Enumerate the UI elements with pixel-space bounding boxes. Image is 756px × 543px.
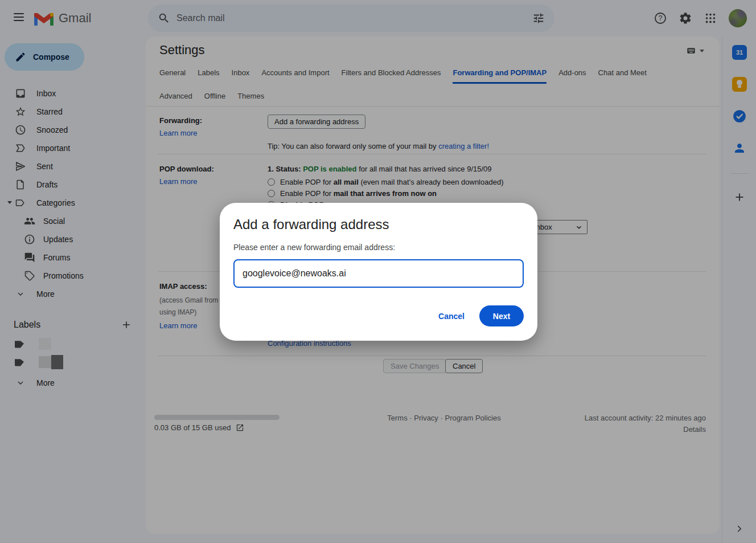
dialog-cancel-button[interactable]: Cancel bbox=[438, 312, 465, 321]
dialog-instruction: Please enter a new forwarding email addr… bbox=[233, 243, 395, 252]
add-forwarding-address-dialog: Add a forwarding address Please enter a … bbox=[220, 203, 537, 341]
dialog-next-button[interactable]: Next bbox=[479, 305, 524, 326]
dialog-title: Add a forwarding address bbox=[233, 217, 389, 232]
dialog-actions: Cancel Next bbox=[438, 305, 524, 326]
gmail-settings-page: Gmail ? Compose bbox=[0, 0, 756, 543]
forwarding-email-input[interactable] bbox=[233, 259, 524, 288]
